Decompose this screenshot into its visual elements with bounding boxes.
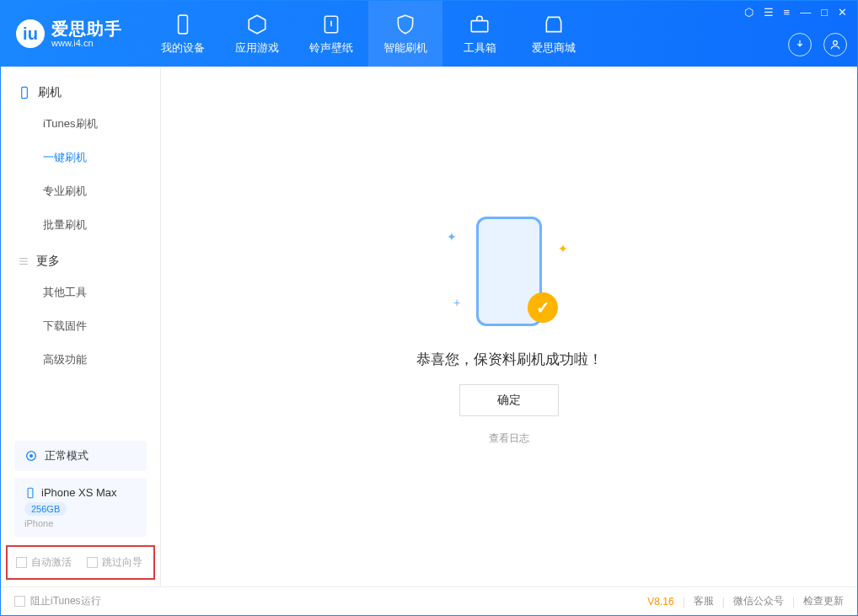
success-illustration: ✦ ✦ + ✓ [442, 208, 576, 335]
svg-rect-2 [471, 20, 488, 31]
footer-link-service[interactable]: 客服 [694, 594, 714, 608]
tab-label: 铃声壁纸 [309, 40, 353, 56]
tab-label: 应用游戏 [235, 40, 279, 56]
maximize-button[interactable]: □ [821, 6, 828, 19]
sidebar-item-advanced[interactable]: 高级功能 [1, 343, 160, 377]
tab-my-device[interactable]: 我的设备 [146, 1, 220, 67]
checkbox-block-itunes[interactable]: 阻止iTunes运行 [14, 594, 101, 608]
app-title: 爱思助手 [51, 19, 122, 38]
user-button[interactable] [823, 33, 847, 56]
confirm-button[interactable]: 确定 [459, 384, 559, 416]
sidebar-section-flash: 刷机 [1, 78, 160, 107]
sidebar-item-batch-flash[interactable]: 批量刷机 [1, 208, 160, 242]
device-info-card[interactable]: iPhone XS Max 256GB iPhone [14, 478, 147, 537]
download-button[interactable] [788, 33, 812, 56]
version-label: V8.16 [647, 596, 673, 608]
tab-ringtone[interactable]: 铃声壁纸 [294, 1, 368, 67]
logo-icon: iu [16, 19, 45, 48]
shield-icon [394, 13, 417, 36]
toolbox-icon [468, 13, 491, 36]
footer: 阻止iTunes运行 V8.16 | 客服 | 微信公众号 | 检查更新 [1, 587, 857, 615]
svg-point-6 [29, 454, 33, 458]
sparkle-icon: ✦ [558, 242, 568, 255]
phone-icon [24, 487, 36, 499]
mode-icon [24, 449, 38, 463]
sidebar-item-other-tools[interactable]: 其他工具 [1, 276, 160, 309]
tab-store[interactable]: 爱思商城 [517, 1, 591, 67]
tab-label: 智能刷机 [383, 40, 427, 56]
cube-icon [245, 13, 269, 36]
device-name-text: iPhone XS Max [41, 486, 117, 499]
close-button[interactable]: ✕ [838, 6, 847, 19]
device-type: iPhone [24, 518, 137, 528]
tab-label: 工具箱 [464, 40, 496, 56]
bottom-options-highlight: 自动激活 跳过向导 [6, 545, 155, 580]
section-title: 更多 [36, 254, 60, 269]
device-storage: 256GB [24, 502, 67, 516]
list-icon[interactable]: ☰ [764, 6, 774, 19]
shirt-icon[interactable]: ⬡ [744, 6, 753, 19]
tab-label: 爱思商城 [532, 40, 576, 56]
sparkle-icon: + [453, 296, 460, 309]
sidebar-item-onekey-flash[interactable]: 一键刷机 [1, 141, 160, 174]
footer-link-update[interactable]: 检查更新 [803, 594, 844, 608]
tab-apps[interactable]: 应用游戏 [220, 1, 294, 67]
svg-rect-7 [28, 488, 33, 498]
footer-link-wechat[interactable]: 微信公众号 [733, 594, 784, 608]
checkbox-auto-activate[interactable]: 自动激活 [16, 555, 72, 570]
checkbox-skip-guide[interactable]: 跳过向导 [87, 555, 142, 570]
main-content: ✦ ✦ + ✓ 恭喜您，保资料刷机成功啦！ 确定 查看日志 [161, 67, 857, 587]
device-mode-card[interactable]: 正常模式 [14, 441, 147, 471]
window-controls: ⬡ ☰ ≡ — □ ✕ [744, 6, 847, 19]
menu-icon[interactable]: ≡ [784, 6, 791, 19]
sidebar: 刷机 iTunes刷机 一键刷机 专业刷机 批量刷机 更多 其他工具 下载固件 … [1, 67, 161, 587]
checkbox-box-icon [87, 557, 98, 568]
tab-label: 我的设备 [161, 40, 205, 56]
sidebar-item-download-firmware[interactable]: 下载固件 [1, 309, 160, 343]
minimize-button[interactable]: — [800, 6, 811, 19]
app-header: iu 爱思助手 www.i4.cn 我的设备 应用游戏 铃声壁纸 智能刷机 工具… [1, 1, 857, 67]
checkbox-label: 阻止iTunes运行 [30, 594, 101, 608]
checkbox-label: 自动激活 [31, 555, 72, 570]
sidebar-item-itunes-flash[interactable]: iTunes刷机 [1, 107, 160, 141]
tab-toolbox[interactable]: 工具箱 [442, 1, 517, 67]
sparkle-icon: ✦ [447, 230, 457, 244]
app-url: www.i4.cn [51, 38, 122, 48]
device-mode: 正常模式 [45, 448, 88, 463]
phone-icon [171, 13, 195, 36]
view-log-link[interactable]: 查看日志 [489, 431, 529, 446]
logo-area: iu 爱思助手 www.i4.cn [16, 1, 122, 67]
checkbox-label: 跳过向导 [102, 555, 142, 570]
section-title: 刷机 [38, 85, 62, 100]
list-icon [18, 255, 29, 267]
svg-rect-4 [22, 87, 28, 98]
device-icon [18, 86, 31, 99]
tab-smart-flash[interactable]: 智能刷机 [368, 1, 442, 67]
sidebar-item-pro-flash[interactable]: 专业刷机 [1, 174, 160, 208]
check-badge-icon: ✓ [528, 292, 558, 323]
checkbox-box-icon [16, 557, 27, 568]
top-tabs: 我的设备 应用游戏 铃声壁纸 智能刷机 工具箱 爱思商城 [146, 1, 591, 67]
music-icon [319, 13, 343, 36]
svg-rect-0 [179, 15, 188, 34]
sidebar-section-more: 更多 [1, 247, 160, 276]
store-icon [542, 13, 566, 36]
svg-point-3 [834, 40, 838, 45]
checkbox-box-icon [14, 596, 25, 607]
success-message: 恭喜您，保资料刷机成功啦！ [416, 350, 603, 369]
